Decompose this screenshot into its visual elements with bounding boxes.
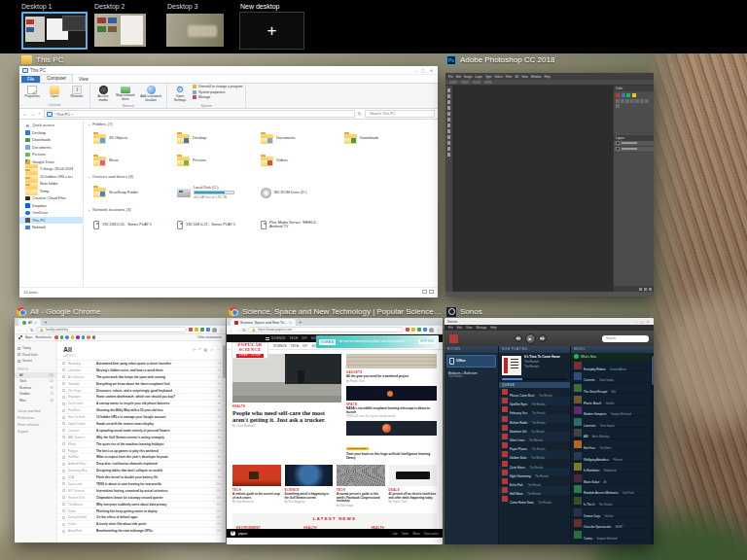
drives-section-header[interactable]: ⌄ Devices and drives (3) [84,172,438,180]
hero-headline[interactable]: People who need self-care the most aren'… [232,409,341,423]
sidebar-item[interactable]: Quick access [19,122,83,129]
bookmark-favicon[interactable] [76,335,80,339]
mark-read-icon[interactable]: ✓ [210,347,213,352]
other-bookmarks[interactable]: Other bookmarks [197,335,222,339]
progress-bar[interactable] [502,378,567,380]
sidebar-item[interactable]: Dropbox [19,202,83,210]
photoshop-canvas[interactable] [453,86,613,292]
room-tile-selected[interactable]: Office [446,355,496,368]
read-toggle-icon[interactable] [62,509,65,512]
hero-article[interactable]: HEALTH People who need self-care the mos… [232,354,341,460]
album-art[interactable] [502,356,521,375]
open-button[interactable]: Open [45,85,64,99]
article-card[interactable]: DEALS 41 percent off an electric lunch b… [389,465,438,508]
uninstall-program-button[interactable]: Uninstall or change a program [193,85,242,88]
sonos-window-thumbnail[interactable]: Sonos ‒ ◻ ✕ FileEditViewManageHelp ◀◀ ▶ … [445,318,654,544]
article-row[interactable]: TechCrunch A startup wants to recycle yo… [57,401,226,407]
article-row[interactable]: Krebs Phishing kits keep getting easier … [57,508,226,515]
sidebar-item[interactable]: Network [19,224,83,231]
window-controls[interactable]: ‒ ◻ ✕ [635,320,651,324]
article-row[interactable]: How-To Geek 10 hidden URLs to manage you… [57,414,226,421]
sidebar-item[interactable]: Desktop [19,129,83,137]
ribbon-tab[interactable]: Computer [40,74,73,83]
menu-item[interactable]: View [466,326,472,330]
bd-rom-tile[interactable]: BD-ROM Drive (D:) [261,180,344,205]
sonos-search[interactable] [602,335,649,342]
new-desktop-button[interactable]: + [239,12,304,50]
read-toggle-icon[interactable] [62,402,65,405]
read-toggle-icon[interactable] [62,456,65,459]
refresh-icon[interactable]: ⟳ [193,347,196,352]
nav-link[interactable]: TECH [291,344,299,348]
sidebar-link[interactable]: Support [15,428,56,435]
bookmark-favicon[interactable] [71,335,75,339]
previous-button[interactable]: ◀◀ [515,334,522,342]
browser-tab[interactable]: All ✕ [18,319,41,326]
article-row[interactable]: Kottke A lovely short film about tide po… [57,521,226,528]
folder-tile[interactable]: Desktop [177,127,261,150]
sonos-search-input[interactable] [604,335,647,341]
article-row[interactable]: Ars Technica The quiet work that keeps t… [57,374,226,381]
bookmark-favicon[interactable] [82,335,86,339]
top-nav-link[interactable]: TECH [290,336,299,340]
extension-icon[interactable] [200,328,204,332]
scansnap-folder-tile[interactable]: ScanSnap Folder [93,180,177,205]
hamburger-icon[interactable] [266,337,269,340]
up-icon[interactable]: ↑ [38,112,41,117]
more-icon[interactable]: ⋯ [216,347,220,352]
cookie-link[interactable]: Like [393,532,398,536]
omnibox[interactable]: 🔒 https://www.popsci.com [248,327,404,332]
article-row[interactable]: Daring Fireball On the ethics of default… [57,514,226,521]
read-toggle-icon[interactable] [62,382,65,385]
article-row[interactable]: Engadget Home camera deathmatch: which o… [57,394,226,401]
music-row[interactable]: Contra Vampire Weekend [571,529,654,541]
window-controls[interactable]: ‒ ◻ ✕ [414,68,435,73]
menu-item[interactable]: Image [464,75,472,79]
menu-item[interactable]: View [521,75,527,79]
read-toggle-icon[interactable] [62,409,65,412]
explorer-window-thumbnail[interactable]: This PC ‒ ◻ ✕ FileComputerView Propertie… [19,66,438,298]
article-row[interactable]: PetaPixel Shooting the Milky Way with a … [57,407,226,414]
menu-item[interactable]: Manage [476,326,486,330]
menu-item[interactable]: Edit [457,326,462,330]
read-toggle-icon[interactable] [62,476,65,479]
article-row[interactable]: Digital Trends Hands-on with the newest … [57,421,226,428]
article-category[interactable]: HEALTH [232,404,341,408]
extension-icon[interactable] [189,328,193,332]
read-toggle-icon[interactable] [62,429,65,432]
extension-icon[interactable] [417,328,421,332]
card-view-icon[interactable]: ▦ [203,347,207,352]
folders-section-header[interactable]: ⌄ Folders (7) [84,120,438,127]
article-row[interactable]: Wired The quiet rise of the machine-lear… [57,441,226,448]
read-toggle-icon[interactable] [62,496,65,499]
bookmark-favicon[interactable] [92,335,96,339]
network-location-tile[interactable]: 192.168.0.21 - Sonos PLAY:1 [177,213,261,236]
desktop-1-thumbnail[interactable] [21,12,88,50]
sidebar-link[interactable]: Create new feed [15,407,56,414]
sponsored-article[interactable]: SPONSORED Train your brain on this huge … [346,421,437,460]
close-tab-icon[interactable]: ✕ [34,321,37,325]
read-toggle-icon[interactable] [62,422,65,425]
sidebar-link[interactable]: Preferences [15,414,56,421]
forward-icon[interactable]: → [24,328,29,332]
browser-tab[interactable]: Science, Space and New Te... ✕ [231,319,296,326]
system-properties-button[interactable]: System properties [193,90,242,94]
menu-item[interactable]: File [448,75,453,79]
read-toggle-icon[interactable] [62,530,65,533]
sidebar-item[interactable]: Documents [19,144,83,152]
read-toggle-icon[interactable] [62,463,65,466]
layer-row[interactable] [614,147,654,153]
read-toggle-icon[interactable] [62,375,65,378]
read-toggle-icon[interactable] [62,470,65,472]
article-row[interactable]: The Atlantic Why everyone suddenly cares… [57,502,226,508]
bookmark-favicon[interactable] [60,335,64,339]
menu-item[interactable]: Help [544,75,550,79]
read-toggle-icon[interactable] [62,516,65,519]
ad-banner[interactable]: SIMBA Get two free memory foam pillows w… [316,335,439,348]
folder-tile[interactable]: Documents [261,127,344,150]
article-card[interactable]: TECH A realistic guide to the current cr… [232,465,281,508]
article-row[interactable]: Reuters Tech Chipmakers brace for a bump… [57,495,226,502]
queue-track-row[interactable]: Come Home Soon The Rentals [499,495,570,504]
map-network-drive-button[interactable]: Map network drive [116,85,135,102]
next-button[interactable]: ▶▶ [539,334,547,342]
